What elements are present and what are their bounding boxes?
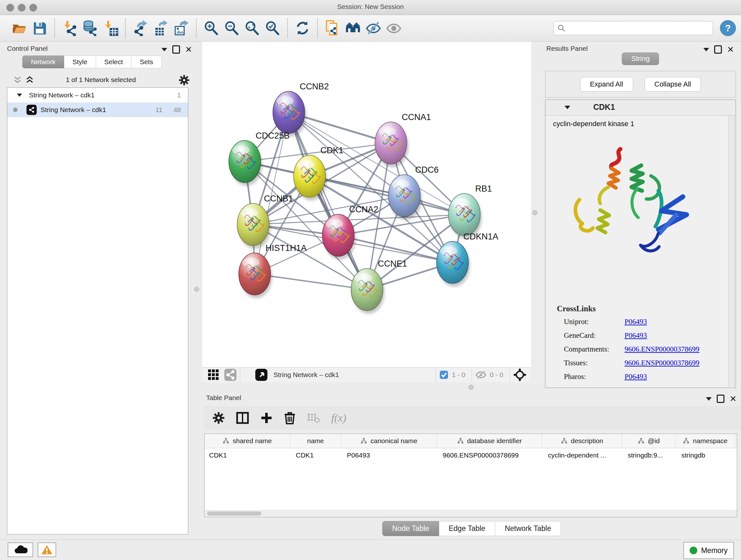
table-cell[interactable]: CDK1: [290, 448, 341, 462]
bottom-splitter-handle[interactable]: [468, 385, 474, 390]
collection-expander-icon[interactable]: [17, 94, 22, 97]
crosslink-link[interactable]: P06493: [624, 331, 647, 340]
zoom-selected-icon[interactable]: [265, 20, 280, 36]
cdk1-entry-header[interactable]: CDK1: [545, 100, 736, 116]
crosslink-link[interactable]: 9606.ENSP00000378699: [624, 345, 699, 354]
network-canvas[interactable]: CCNB2CCNA1CDC25BCDK1CDC6RB1CCNB1CCNA2CDK…: [202, 42, 531, 367]
crosslink-link[interactable]: 9606.ENSP00000378699: [624, 359, 699, 367]
zoom-in-icon[interactable]: [203, 20, 219, 36]
network-options-gear-icon[interactable]: [179, 75, 190, 85]
node-CDKN1A[interactable]: CDKN1A: [436, 232, 498, 287]
tab-select[interactable]: Select: [96, 56, 131, 68]
left-splitter-handle[interactable]: [194, 287, 199, 292]
collapse-all-button[interactable]: Collapse All: [645, 77, 701, 91]
scrollbar-thumb[interactable]: [207, 511, 261, 516]
edge-CCNB2-CCNE1[interactable]: [289, 112, 367, 290]
zoom-out-icon[interactable]: [224, 20, 240, 36]
float-panel-icon[interactable]: [172, 45, 180, 54]
import-table-icon[interactable]: [103, 20, 118, 36]
network-share-view-icon[interactable]: [224, 368, 237, 381]
search-input[interactable]: [553, 21, 713, 35]
refresh-icon[interactable]: [294, 20, 311, 36]
table-row[interactable]: CDK1CDK1P064939606.ENSP00000378699cyclin…: [205, 448, 737, 462]
float-panel-icon[interactable]: [714, 45, 722, 54]
tab-edge-table[interactable]: Edge Table: [439, 521, 495, 536]
export-network-icon[interactable]: [132, 20, 148, 36]
node-CCNB2[interactable]: CCNB2: [273, 82, 329, 137]
network-collection-row[interactable]: String Network – cdk1 1: [7, 88, 188, 103]
table-cell[interactable]: cyclin-dependent ...: [542, 448, 622, 462]
cloud-button[interactable]: [8, 543, 33, 557]
crosslink-label: Pharos:: [564, 373, 624, 381]
column-header-database-identifier[interactable]: database identifier: [437, 434, 542, 448]
save-icon[interactable]: [31, 20, 48, 36]
close-panel-icon[interactable]: ✕: [185, 46, 192, 53]
open-icon[interactable]: [11, 20, 27, 36]
hide-selected-icon[interactable]: [365, 20, 381, 36]
show-columns-icon[interactable]: [236, 412, 249, 424]
help-icon[interactable]: ?: [720, 20, 736, 36]
table-cell[interactable]: CDK1: [205, 448, 290, 462]
import-network-icon[interactable]: [62, 20, 77, 36]
edge-CDK1-RB1[interactable]: [310, 176, 464, 214]
tab-sets[interactable]: Sets: [131, 56, 162, 68]
network-row[interactable]: String Network – cdk1 11 48: [7, 103, 188, 117]
first-neighbors-icon[interactable]: [345, 20, 361, 36]
panel-menu-icon[interactable]: [703, 48, 709, 51]
results-scrollbar[interactable]: [729, 116, 735, 387]
export-table-icon[interactable]: [153, 20, 169, 36]
column-header-name[interactable]: name: [290, 434, 341, 448]
string-network-graph[interactable]: CCNB2CCNA1CDC25BCDK1CDC6RB1CCNB1CCNA2CDK…: [202, 42, 531, 367]
expand-all-button[interactable]: Expand All: [580, 77, 633, 91]
zoom-fit-icon[interactable]: [244, 20, 260, 36]
import-database-icon[interactable]: [82, 20, 98, 36]
node-CCNE1[interactable]: CCNE1: [351, 259, 407, 314]
column-header-shared-name[interactable]: shared name: [205, 434, 290, 448]
table-cell[interactable]: P06493: [341, 448, 437, 462]
node-table[interactable]: shared namenamecanonical namedatabase id…: [204, 434, 737, 517]
show-all-icon[interactable]: [386, 20, 402, 36]
column-header--id[interactable]: @id: [622, 434, 676, 448]
float-panel-icon[interactable]: [717, 395, 724, 403]
birds-eye-view-icon[interactable]: [255, 368, 268, 381]
toolbar-separator: [287, 18, 288, 38]
grid-view-icon[interactable]: [207, 369, 219, 381]
table-options-gear-icon[interactable]: [212, 412, 225, 424]
close-panel-icon[interactable]: ✕: [727, 46, 734, 53]
node-CDC25B[interactable]: CDC25B: [229, 131, 290, 186]
memory-button[interactable]: Memory: [683, 542, 734, 559]
table-horizontal-scrollbar[interactable]: [205, 510, 737, 517]
tab-style[interactable]: Style: [64, 56, 96, 68]
crosslink-link[interactable]: P06493: [624, 373, 647, 381]
column-header-namespace[interactable]: namespace: [676, 434, 735, 448]
close-panel-icon[interactable]: ✕: [730, 395, 737, 402]
selected-checkbox-icon[interactable]: [439, 370, 449, 380]
tab-network[interactable]: Network: [22, 56, 64, 68]
node-CDC6[interactable]: CDC6: [388, 165, 439, 220]
hidden-items-icon[interactable]: [475, 370, 487, 380]
warnings-button[interactable]: [38, 543, 56, 557]
table-cell[interactable]: 9606.ENSP00000378699: [437, 448, 542, 462]
node-HIST1H1A[interactable]: HIST1H1A: [239, 243, 307, 298]
clone-network-icon[interactable]: [325, 20, 340, 36]
add-column-icon[interactable]: [260, 412, 273, 424]
node-CCNA1[interactable]: CCNA1: [375, 112, 431, 167]
export-image-icon[interactable]: [173, 20, 189, 36]
tab-network-table[interactable]: Network Table: [495, 521, 561, 536]
crosslink-link[interactable]: P06493: [624, 318, 647, 326]
delete-column-icon[interactable]: [284, 412, 295, 424]
right-splitter-handle[interactable]: [532, 210, 537, 215]
collection-count: 1: [177, 91, 181, 99]
node-RB1[interactable]: RB1: [448, 184, 492, 239]
column-header-canonical-name[interactable]: canonical name: [341, 434, 437, 448]
panel-menu-icon[interactable]: [161, 48, 167, 51]
table-cell[interactable]: stringdb:9...: [622, 448, 676, 462]
tab-node-table[interactable]: Node Table: [382, 521, 439, 536]
table-cell[interactable]: stringdb: [676, 448, 735, 462]
column-header-description[interactable]: description: [542, 434, 622, 448]
fit-selection-crosshair-icon[interactable]: [513, 368, 527, 381]
tab-string[interactable]: String: [622, 52, 659, 65]
node-CCNA2[interactable]: CCNA2: [322, 205, 379, 260]
entry-expander-icon[interactable]: [564, 106, 570, 109]
panel-menu-icon[interactable]: [706, 397, 712, 401]
